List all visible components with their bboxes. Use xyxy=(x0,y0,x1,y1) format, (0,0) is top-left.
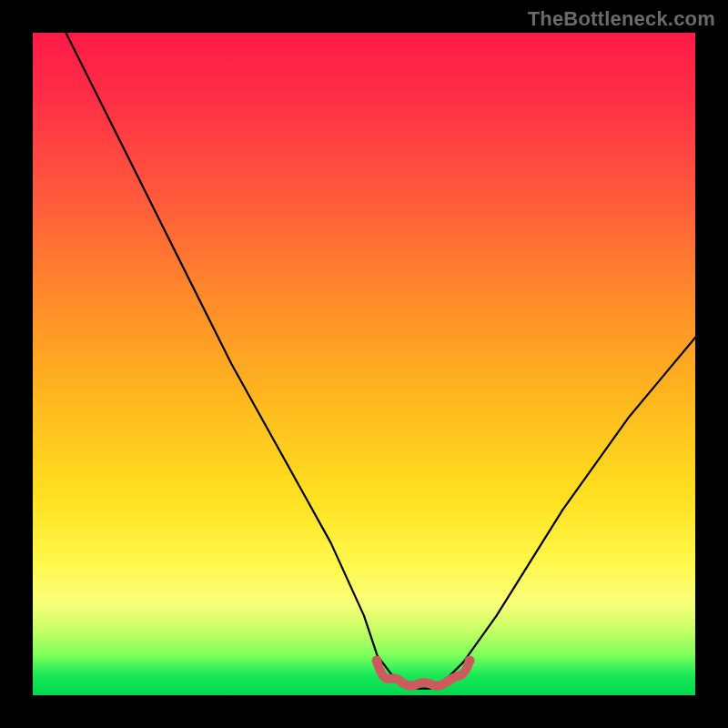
bottleneck-curve xyxy=(66,33,695,689)
optimal-zone-dot-left xyxy=(372,656,382,666)
optimal-zone-dot-right xyxy=(465,656,475,666)
curve-layer xyxy=(33,33,695,695)
plot-area xyxy=(33,33,695,695)
watermark-text: TheBottleneck.com xyxy=(528,7,715,31)
chart-frame: TheBottleneck.com xyxy=(0,0,728,728)
